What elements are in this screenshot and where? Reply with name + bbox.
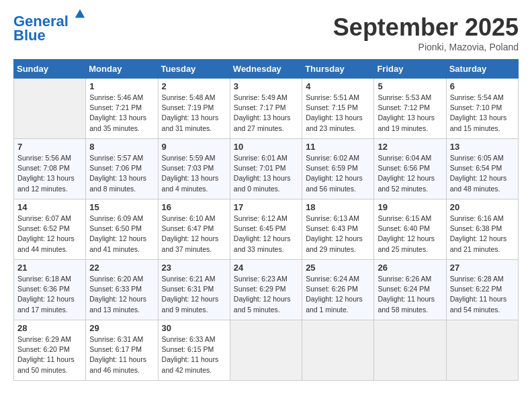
weekday-header-thursday: Thursday [302, 60, 374, 79]
calendar-cell: 7Sunrise: 5:56 AMSunset: 7:08 PMDaylight… [14, 139, 86, 199]
day-number: 27 [450, 263, 515, 273]
day-info: Sunrise: 6:23 AMSunset: 6:29 PMDaylight:… [234, 274, 298, 315]
day-number: 25 [306, 263, 370, 273]
calendar-cell: 4Sunrise: 5:51 AMSunset: 7:15 PMDaylight… [302, 79, 374, 139]
day-info: Sunrise: 6:24 AMSunset: 6:26 PMDaylight:… [306, 274, 370, 315]
calendar-cell: 9Sunrise: 5:59 AMSunset: 7:03 PMDaylight… [158, 139, 230, 199]
calendar-cell: 3Sunrise: 5:49 AMSunset: 7:17 PMDaylight… [230, 79, 302, 139]
calendar-cell: 12Sunrise: 6:04 AMSunset: 6:56 PMDayligh… [374, 139, 446, 199]
day-info: Sunrise: 6:16 AMSunset: 6:38 PMDaylight:… [450, 214, 515, 255]
day-number: 17 [234, 202, 298, 212]
day-number: 16 [162, 202, 226, 212]
day-info: Sunrise: 6:33 AMSunset: 6:15 PMDaylight:… [162, 334, 226, 375]
weekday-header-wednesday: Wednesday [230, 60, 302, 79]
day-info: Sunrise: 6:13 AMSunset: 6:43 PMDaylight:… [306, 214, 370, 255]
day-number: 7 [17, 142, 82, 152]
day-info: Sunrise: 6:28 AMSunset: 6:22 PMDaylight:… [450, 274, 515, 315]
day-number: 22 [89, 263, 154, 273]
calendar-cell: 29Sunrise: 6:31 AMSunset: 6:17 PMDayligh… [86, 320, 158, 381]
weekday-header-friday: Friday [374, 60, 446, 79]
day-number: 24 [234, 263, 298, 273]
day-number: 3 [234, 81, 298, 91]
week-row-2: 7Sunrise: 5:56 AMSunset: 7:08 PMDaylight… [14, 139, 519, 199]
day-info: Sunrise: 5:49 AMSunset: 7:17 PMDaylight:… [234, 93, 298, 134]
day-number: 2 [162, 81, 226, 91]
day-info: Sunrise: 6:04 AMSunset: 6:56 PMDaylight:… [378, 153, 442, 194]
calendar-cell: 24Sunrise: 6:23 AMSunset: 6:29 PMDayligh… [230, 260, 302, 320]
day-info: Sunrise: 6:21 AMSunset: 6:31 PMDaylight:… [162, 274, 226, 315]
calendar-cell: 11Sunrise: 6:02 AMSunset: 6:59 PMDayligh… [302, 139, 374, 199]
day-info: Sunrise: 6:02 AMSunset: 6:59 PMDaylight:… [306, 153, 370, 194]
day-info: Sunrise: 5:51 AMSunset: 7:15 PMDaylight:… [306, 93, 370, 134]
day-info: Sunrise: 5:59 AMSunset: 7:03 PMDaylight:… [162, 153, 226, 194]
week-row-1: 1Sunrise: 5:46 AMSunset: 7:21 PMDaylight… [14, 79, 519, 139]
day-info: Sunrise: 5:54 AMSunset: 7:10 PMDaylight:… [450, 93, 515, 134]
day-info: Sunrise: 5:48 AMSunset: 7:19 PMDaylight:… [162, 93, 226, 134]
day-info: Sunrise: 6:10 AMSunset: 6:47 PMDaylight:… [162, 214, 226, 255]
week-row-5: 28Sunrise: 6:29 AMSunset: 6:20 PMDayligh… [14, 320, 519, 381]
day-number: 11 [306, 142, 370, 152]
day-number: 29 [89, 323, 154, 333]
calendar-cell: 1Sunrise: 5:46 AMSunset: 7:21 PMDaylight… [86, 79, 158, 139]
day-info: Sunrise: 6:18 AMSunset: 6:36 PMDaylight:… [17, 274, 82, 315]
svg-marker-0 [75, 9, 85, 18]
calendar-cell: 15Sunrise: 6:09 AMSunset: 6:50 PMDayligh… [86, 199, 158, 260]
calendar-cell: 27Sunrise: 6:28 AMSunset: 6:22 PMDayligh… [446, 260, 518, 320]
calendar-cell [374, 320, 446, 381]
month-title: September 2025 [333, 13, 519, 42]
weekday-header-monday: Monday [86, 60, 158, 79]
calendar-cell: 22Sunrise: 6:20 AMSunset: 6:33 PMDayligh… [86, 260, 158, 320]
calendar-cell: 21Sunrise: 6:18 AMSunset: 6:36 PMDayligh… [14, 260, 86, 320]
day-number: 20 [450, 202, 515, 212]
day-number: 5 [378, 81, 442, 91]
day-number: 13 [450, 142, 515, 152]
day-number: 8 [89, 142, 154, 152]
week-row-3: 14Sunrise: 6:07 AMSunset: 6:52 PMDayligh… [14, 199, 519, 260]
day-number: 9 [162, 142, 226, 152]
day-info: Sunrise: 6:05 AMSunset: 6:54 PMDaylight:… [450, 153, 515, 194]
day-info: Sunrise: 5:57 AMSunset: 7:06 PMDaylight:… [89, 153, 154, 194]
day-number: 23 [162, 263, 226, 273]
calendar-cell: 10Sunrise: 6:01 AMSunset: 7:01 PMDayligh… [230, 139, 302, 199]
calendar-cell: 18Sunrise: 6:13 AMSunset: 6:43 PMDayligh… [302, 199, 374, 260]
calendar: SundayMondayTuesdayWednesdayThursdayFrid… [13, 59, 519, 381]
calendar-cell: 6Sunrise: 5:54 AMSunset: 7:10 PMDaylight… [446, 79, 518, 139]
page-header: General Blue September 2025 Pionki, Mazo… [13, 13, 519, 52]
day-info: Sunrise: 5:46 AMSunset: 7:21 PMDaylight:… [89, 93, 154, 134]
title-block: September 2025 Pionki, Mazovia, Poland [333, 13, 519, 52]
day-number: 19 [378, 202, 442, 212]
day-number: 12 [378, 142, 442, 152]
weekday-header-tuesday: Tuesday [158, 60, 230, 79]
day-info: Sunrise: 5:56 AMSunset: 7:08 PMDaylight:… [17, 153, 82, 194]
weekday-header-sunday: Sunday [14, 60, 86, 79]
day-number: 28 [17, 323, 82, 333]
week-row-4: 21Sunrise: 6:18 AMSunset: 6:36 PMDayligh… [14, 260, 519, 320]
calendar-cell: 30Sunrise: 6:33 AMSunset: 6:15 PMDayligh… [158, 320, 230, 381]
day-info: Sunrise: 6:01 AMSunset: 7:01 PMDaylight:… [234, 153, 298, 194]
calendar-cell: 13Sunrise: 6:05 AMSunset: 6:54 PMDayligh… [446, 139, 518, 199]
day-number: 10 [234, 142, 298, 152]
day-info: Sunrise: 6:12 AMSunset: 6:45 PMDaylight:… [234, 214, 298, 255]
calendar-cell: 5Sunrise: 5:53 AMSunset: 7:12 PMDaylight… [374, 79, 446, 139]
day-info: Sunrise: 6:15 AMSunset: 6:40 PMDaylight:… [378, 214, 442, 255]
calendar-cell: 23Sunrise: 6:21 AMSunset: 6:31 PMDayligh… [158, 260, 230, 320]
calendar-cell: 28Sunrise: 6:29 AMSunset: 6:20 PMDayligh… [14, 320, 86, 381]
calendar-cell [302, 320, 374, 381]
calendar-cell [230, 320, 302, 381]
day-number: 6 [450, 81, 515, 91]
calendar-cell: 2Sunrise: 5:48 AMSunset: 7:19 PMDaylight… [158, 79, 230, 139]
day-info: Sunrise: 6:20 AMSunset: 6:33 PMDaylight:… [89, 274, 154, 315]
calendar-cell [446, 320, 518, 381]
location: Pionki, Mazovia, Poland [333, 42, 519, 52]
calendar-cell [14, 79, 86, 139]
day-info: Sunrise: 6:29 AMSunset: 6:20 PMDaylight:… [17, 334, 82, 375]
day-info: Sunrise: 6:31 AMSunset: 6:17 PMDaylight:… [89, 334, 154, 375]
day-number: 18 [306, 202, 370, 212]
day-info: Sunrise: 6:07 AMSunset: 6:52 PMDaylight:… [17, 214, 82, 255]
day-number: 1 [89, 81, 154, 91]
day-info: Sunrise: 5:53 AMSunset: 7:12 PMDaylight:… [378, 93, 442, 134]
day-number: 15 [89, 202, 154, 212]
day-info: Sunrise: 6:26 AMSunset: 6:24 PMDaylight:… [378, 274, 442, 315]
logo: General Blue [13, 13, 86, 44]
day-info: Sunrise: 6:09 AMSunset: 6:50 PMDaylight:… [89, 214, 154, 255]
